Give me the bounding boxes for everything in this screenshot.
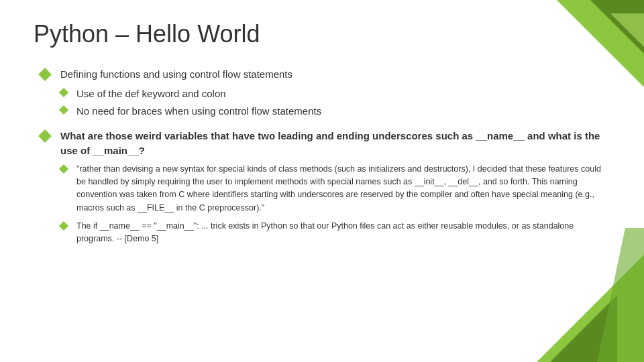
sub-bullet-2-2: The if __name__ == "__main__": ... trick…: [60, 220, 610, 246]
bullet-item-1: Defining functions and using control flo…: [40, 67, 610, 82]
sub-diamond-2-1: [59, 164, 68, 173]
sub-bullets-2: "rather than devising a new syntax for s…: [60, 163, 610, 246]
bullet-diamond-1: [38, 68, 52, 81]
sub-diamond-2-2: [59, 221, 68, 231]
slide-title: Python – Hello World: [34, 20, 610, 48]
sub-diamond-1-1: [59, 87, 68, 97]
slide: Python – Hello World Defining functions …: [0, 0, 644, 362]
sub-diamond-1-2: [59, 105, 68, 115]
sub-text-1-2: No need for braces when using control fl…: [76, 104, 321, 119]
sub-bullet-1-2: No need for braces when using control fl…: [60, 104, 610, 119]
bullet-diamond-2: [38, 129, 52, 143]
bullet-item-2: What are those weird variables that have…: [40, 129, 610, 159]
main-bullet-2: What are those weird variables that have…: [40, 129, 610, 246]
sub-bullets-1: Use of the def keyword and colon No need…: [60, 86, 610, 119]
sub-text-1-1: Use of the def keyword and colon: [76, 86, 226, 102]
slide-content: Defining functions and using control flo…: [34, 67, 610, 246]
main-bullet-1: Defining functions and using control flo…: [40, 67, 610, 119]
bullet-text-1: Defining functions and using control flo…: [60, 67, 292, 82]
sub-text-2-1: "rather than devising a new syntax for s…: [76, 163, 610, 215]
sub-bullet-2-1: "rather than devising a new syntax for s…: [60, 163, 610, 215]
sub-bullet-1-1: Use of the def keyword and colon: [60, 86, 610, 102]
sub-text-2-2: The if __name__ == "__main__": ... trick…: [76, 220, 610, 246]
bullet-text-2: What are those weird variables that have…: [60, 129, 610, 159]
